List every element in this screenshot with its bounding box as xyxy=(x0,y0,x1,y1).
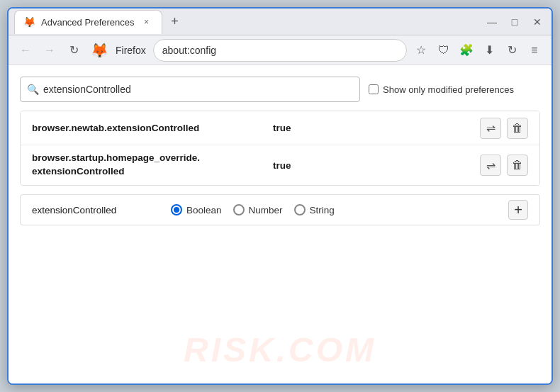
table-row: browser.startup.homepage_override. exten… xyxy=(21,145,539,185)
forward-button[interactable]: → xyxy=(40,40,60,60)
menu-button[interactable]: ≡ xyxy=(525,40,544,60)
boolean-option[interactable]: Boolean xyxy=(171,204,222,215)
firefox-logo: 🦊 xyxy=(91,42,108,59)
string-option[interactable]: String xyxy=(294,204,335,215)
number-radio[interactable] xyxy=(233,204,245,215)
add-preference-row: extensionControlled Boolean Number xyxy=(20,194,540,225)
results-table: browser.newtab.extensionControlled true … xyxy=(20,111,540,186)
string-label: String xyxy=(310,205,335,215)
number-option[interactable]: Number xyxy=(233,204,283,215)
toggle-button-1[interactable]: ⇌ xyxy=(480,118,501,139)
pref-name-2: browser.startup.homepage_override. exten… xyxy=(32,152,273,179)
delete-button-2[interactable]: 🗑 xyxy=(507,155,528,176)
new-pref-name: extensionControlled xyxy=(32,205,159,215)
sync-icon[interactable]: ↻ xyxy=(502,40,522,60)
tab-close-button[interactable]: × xyxy=(140,16,153,28)
show-modified-checkbox[interactable] xyxy=(369,84,379,94)
number-label: Number xyxy=(249,205,283,215)
browser-window: 🦊 Advanced Preferences × + — □ ✕ ← → ↻ 🦊… xyxy=(7,7,553,385)
pref-name-1: browser.newtab.extensionControlled xyxy=(32,123,273,133)
new-tab-button[interactable]: + xyxy=(165,12,185,32)
window-controls: — □ ✕ xyxy=(483,13,546,30)
string-radio[interactable] xyxy=(294,204,306,215)
reload-button[interactable]: ↻ xyxy=(64,40,84,60)
boolean-radio[interactable] xyxy=(171,204,182,215)
watermark: RISK.COM xyxy=(184,330,376,369)
table-row: browser.newtab.extensionControlled true … xyxy=(21,111,539,145)
toggle-button-2[interactable]: ⇌ xyxy=(480,155,501,176)
show-modified-label: Show only modified preferences xyxy=(383,84,514,95)
shield-icon[interactable]: 🛡 xyxy=(434,40,454,60)
maximize-button[interactable]: □ xyxy=(506,13,523,30)
row-actions-1: ⇌ 🗑 xyxy=(480,118,528,139)
pref-value-1: true xyxy=(273,123,480,133)
extension-icon[interactable]: 🧩 xyxy=(457,40,476,60)
address-text: about:config xyxy=(162,45,216,56)
pref-value-2: true xyxy=(273,160,480,171)
type-options: Boolean Number String xyxy=(171,204,497,215)
delete-button-1[interactable]: 🗑 xyxy=(507,118,528,139)
search-wrapper: 🔍 xyxy=(20,77,360,102)
row-actions-2: ⇌ 🗑 xyxy=(480,155,528,176)
boolean-label: Boolean xyxy=(186,205,222,215)
browser-name: Firefox xyxy=(116,45,146,56)
download-icon[interactable]: ⬇ xyxy=(479,40,499,60)
address-bar[interactable]: about:config xyxy=(153,39,407,62)
add-preference-button[interactable]: + xyxy=(508,200,528,220)
nav-bar: ← → ↻ 🦊 Firefox about:config ☆ 🛡 🧩 ⬇ ↻ ≡ xyxy=(9,35,551,65)
tab-title: Advanced Preferences xyxy=(41,17,135,28)
nav-icons: ☆ 🛡 🧩 ⬇ ↻ ≡ xyxy=(411,40,544,60)
preference-search-input[interactable] xyxy=(20,77,360,102)
active-tab[interactable]: 🦊 Advanced Preferences × xyxy=(14,10,162,34)
tab-favicon: 🦊 xyxy=(23,16,35,28)
tab-area: 🦊 Advanced Preferences × + xyxy=(14,10,481,34)
boolean-radio-fill xyxy=(174,207,179,213)
page-content: RISK.COM 🔍 Show only modified preference… xyxy=(9,65,551,383)
star-icon[interactable]: ☆ xyxy=(411,40,431,60)
title-bar: 🦊 Advanced Preferences × + — □ ✕ xyxy=(9,9,551,35)
minimize-button[interactable]: — xyxy=(483,13,500,30)
close-button[interactable]: ✕ xyxy=(529,13,546,30)
show-modified-option: Show only modified preferences xyxy=(369,84,514,95)
search-row: 🔍 Show only modified preferences xyxy=(20,77,540,102)
back-button[interactable]: ← xyxy=(16,40,35,60)
